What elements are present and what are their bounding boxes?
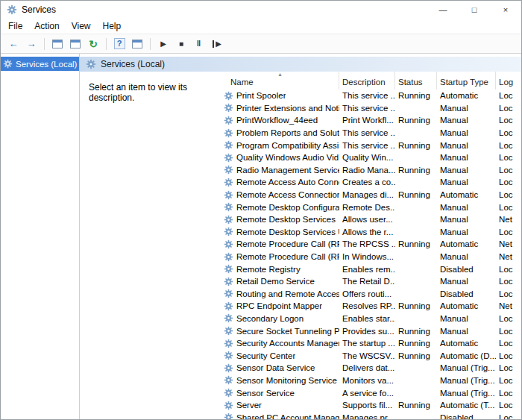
service-status: Running	[395, 327, 437, 336]
results-header: Services (Local)	[80, 57, 521, 72]
service-gear-icon	[224, 339, 233, 348]
menu-file[interactable]: File	[2, 19, 28, 33]
service-log-on-as: Net	[496, 252, 521, 261]
service-status: Running	[395, 91, 437, 100]
service-name: Retail Demo Service	[236, 277, 315, 286]
help-button[interactable]: ?	[111, 36, 128, 51]
service-name: Sensor Service	[236, 389, 295, 398]
console-tree: Services (Local)	[1, 54, 80, 419]
start-service-button[interactable]: ▶	[155, 36, 172, 51]
pause-service-button[interactable]: ‖	[191, 36, 207, 51]
maximize-button[interactable]: □	[459, 1, 490, 19]
service-row[interactable]: Quality Windows Audio Vid... Quality Win…	[221, 151, 521, 164]
sidebar-item-services-local[interactable]: Services (Local)	[1, 57, 79, 71]
service-log-on-as: Loc	[496, 128, 521, 137]
service-row[interactable]: RPC Endpoint Mapper Resolves RP... Runni…	[221, 300, 521, 313]
start-service-icon: ▶	[160, 40, 166, 48]
service-row[interactable]: Routing and Remote Access Offers routi..…	[221, 288, 521, 301]
service-status: Running	[395, 351, 437, 360]
service-log-on-as: Loc	[496, 277, 521, 286]
service-gear-icon	[224, 313, 233, 323]
export-list-button[interactable]	[129, 36, 145, 51]
forward-button[interactable]: →	[23, 36, 40, 51]
service-description: Remote Des...	[339, 203, 395, 212]
service-startup-type: Manual	[437, 228, 496, 236]
window-controls: — □ ×	[427, 1, 521, 19]
service-row[interactable]: Sensor Monitoring Service Monitors va...…	[221, 374, 521, 387]
service-row[interactable]: Sensor Service A service fo... Manual (T…	[221, 386, 521, 399]
table-header-row: ▴ Name Description Status Startup Type L…	[221, 72, 521, 90]
service-description: Creates a co...	[339, 178, 395, 187]
service-row[interactable]: Remote Procedure Call (RP... In Windows.…	[221, 251, 521, 263]
column-header-name-label: Name	[230, 78, 254, 87]
refresh-icon: ↻	[89, 39, 98, 49]
service-status: Running	[395, 239, 437, 248]
service-row[interactable]: Program Compatibility Assi... This servi…	[221, 139, 521, 151]
service-description: Radio Mana...	[339, 166, 395, 175]
service-row[interactable]: Print Spooler This service ... Running A…	[221, 90, 521, 102]
service-row[interactable]: Secondary Logon Enables star... Manual L…	[221, 313, 521, 325]
service-description: The Retail D...	[339, 277, 395, 286]
minimize-button[interactable]: —	[427, 1, 459, 19]
restart-service-button[interactable]: ▶	[209, 36, 225, 51]
service-description: Monitors va...	[339, 376, 395, 385]
service-row[interactable]: Retail Demo Service The Retail D... Manu…	[221, 275, 521, 288]
service-row[interactable]: Remote Desktop Services Allows user... M…	[221, 213, 521, 226]
service-name: Sensor Data Service	[236, 363, 315, 372]
column-header-description[interactable]: Description	[339, 72, 395, 90]
service-gear-icon	[224, 388, 233, 398]
stop-service-button[interactable]: ■	[173, 36, 189, 51]
service-startup-type: Manual	[437, 277, 496, 286]
service-gear-icon	[224, 363, 233, 373]
service-description: Manages di...	[339, 190, 395, 199]
toolbar-separator	[106, 38, 107, 50]
menu-help[interactable]: Help	[97, 19, 128, 33]
service-startup-type: Manual	[437, 178, 496, 187]
service-row[interactable]: Problem Reports and Soluti... This servi…	[221, 127, 521, 140]
menu-view[interactable]: View	[66, 19, 97, 33]
service-startup-type: Automatic	[437, 91, 496, 100]
back-button[interactable]: ←	[5, 36, 22, 51]
column-header-log-on-as[interactable]: Log	[496, 72, 521, 90]
refresh-button[interactable]: ↻	[85, 36, 101, 51]
column-header-status[interactable]: Status	[395, 72, 437, 90]
service-row[interactable]: Printer Extensions and Notif... This ser…	[221, 102, 521, 115]
service-startup-type: Manual (Trig...	[437, 389, 496, 398]
forward-icon: →	[27, 39, 37, 48]
service-startup-type: Automatic (T...	[437, 401, 496, 410]
service-log-on-as: Loc	[496, 314, 521, 323]
service-row[interactable]: Server Supports fil... Running Automatic…	[221, 399, 521, 412]
menu-action[interactable]: Action	[28, 19, 65, 33]
service-row[interactable]: Remote Registry Enables rem... Disabled …	[221, 263, 521, 275]
service-row[interactable]: Shared PC Account Manager Manages pr... …	[221, 411, 521, 419]
service-row[interactable]: PrintWorkflow_44eed Print Workfl... Runn…	[221, 114, 521, 127]
description-panel: Select an item to view its description.	[80, 72, 221, 419]
service-row[interactable]: Security Accounts Manager The startup ..…	[221, 337, 521, 350]
service-row[interactable]: Remote Access Auto Conne... Creates a co…	[221, 176, 521, 189]
column-header-startup-type[interactable]: Startup Type	[437, 72, 496, 90]
service-log-on-as: Net	[496, 301, 521, 310]
results-content: Select an item to view its description. …	[80, 72, 521, 419]
service-row[interactable]: Remote Desktop Configurat... Remote Des.…	[221, 201, 521, 213]
column-header-name[interactable]: ▴ Name	[221, 72, 339, 90]
title-bar: Services — □ ×	[1, 1, 521, 19]
service-description: This service ...	[339, 104, 395, 113]
tree-item-label: Services (Local)	[16, 60, 77, 69]
show-console-tree-button[interactable]	[49, 36, 66, 51]
service-description: Manages pr...	[339, 413, 395, 419]
service-row[interactable]: Remote Desktop Services U... Allows the …	[221, 226, 521, 239]
service-row[interactable]: Security Center The WSCSV... Running Aut…	[221, 349, 521, 362]
service-row[interactable]: Remote Procedure Call (RPC) The RPCSS ..…	[221, 238, 521, 251]
service-gear-icon	[224, 413, 233, 419]
properties-button[interactable]	[67, 36, 84, 51]
service-description: This service ...	[339, 141, 395, 150]
service-row[interactable]: Remote Access Connection... Manages di..…	[221, 189, 521, 201]
close-button[interactable]: ×	[490, 1, 521, 19]
service-row[interactable]: Radio Management Service Radio Mana... R…	[221, 164, 521, 177]
properties-icon	[70, 40, 81, 48]
toolbar-separator	[150, 38, 151, 50]
main-panel: Services (Local) Select an item to view …	[80, 54, 521, 419]
service-gear-icon	[224, 140, 233, 150]
service-row[interactable]: Secure Socket Tunneling Pr... Provides s…	[221, 325, 521, 337]
service-row[interactable]: Sensor Data Service Delivers dat... Manu…	[221, 362, 521, 374]
